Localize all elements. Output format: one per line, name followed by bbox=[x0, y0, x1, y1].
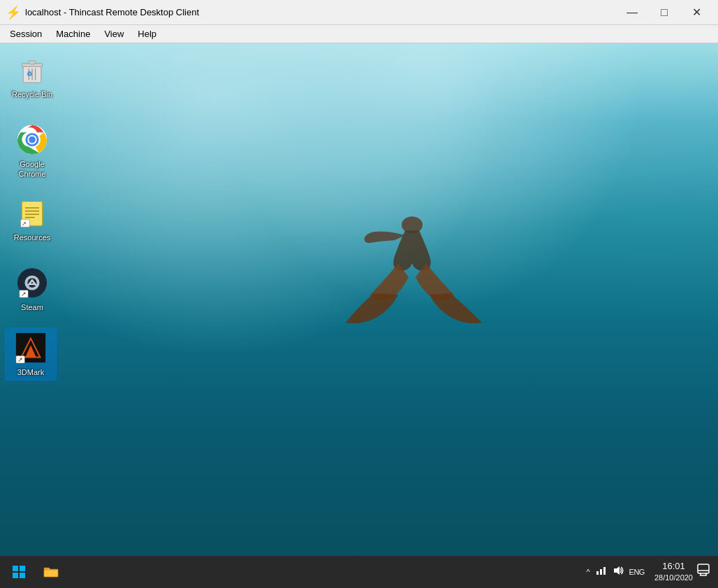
svg-rect-6 bbox=[29, 61, 35, 64]
steam-icon-image: ↗ bbox=[15, 266, 49, 300]
svg-marker-38 bbox=[614, 566, 620, 575]
svg-text:↗: ↗ bbox=[17, 356, 23, 363]
menu-bar: Session Machine View Help bbox=[0, 25, 718, 43]
resources-icon-image: ↗ bbox=[15, 196, 49, 230]
desktop-icon-recycle-bin[interactable]: ♻ Recycle Bin bbox=[7, 50, 57, 102]
resources-label: Resources bbox=[14, 233, 51, 242]
minimize-button[interactable]: — bbox=[616, 0, 648, 25]
tray-volume-icon[interactable] bbox=[613, 566, 624, 578]
clock-date: 28/10/2020 bbox=[654, 573, 693, 583]
svg-point-11 bbox=[29, 136, 36, 143]
chrome-icon-image bbox=[15, 123, 49, 156]
desktop-icon-resources[interactable]: ↗ Resources bbox=[7, 193, 57, 245]
3dmark-label: 3DMark bbox=[17, 367, 45, 377]
maximize-button[interactable]: □ bbox=[648, 0, 680, 25]
start-button[interactable] bbox=[3, 556, 35, 588]
svg-rect-35 bbox=[596, 571, 599, 575]
menu-machine[interactable]: Machine bbox=[49, 27, 97, 41]
recycle-bin-label: Recycle Bin bbox=[12, 89, 52, 99]
svg-rect-39 bbox=[698, 564, 709, 573]
menu-help[interactable]: Help bbox=[131, 27, 163, 41]
svg-rect-36 bbox=[600, 569, 602, 575]
menu-view[interactable]: View bbox=[97, 27, 131, 41]
desktop-icon-google-chrome[interactable]: Google Chrome bbox=[7, 120, 57, 182]
desktop-decoration bbox=[244, 127, 580, 337]
notification-center-button[interactable] bbox=[697, 564, 710, 580]
svg-rect-33 bbox=[20, 573, 25, 578]
desktop: ♻ Recycle Bin Google Chrome bbox=[0, 43, 718, 556]
app-icon: ⚡ bbox=[6, 5, 21, 20]
tray-network-icon[interactable] bbox=[596, 566, 607, 578]
title-bar-text: localhost - Thincast Remote Desktop Clie… bbox=[25, 7, 616, 17]
tray-lang[interactable]: ENG bbox=[629, 568, 645, 576]
taskbar-right-area: ^ ENG 16:01 28/10/2020 bbox=[580, 560, 715, 584]
3dmark-icon-image: ↗ bbox=[14, 331, 47, 365]
recycle-bin-icon-image: ♻ bbox=[15, 53, 49, 87]
chrome-label: Google Chrome bbox=[10, 159, 54, 179]
svg-rect-34 bbox=[44, 570, 58, 577]
svg-text:♻: ♻ bbox=[27, 71, 32, 78]
close-button[interactable]: ✕ bbox=[680, 0, 712, 25]
desktop-icon-steam[interactable]: ↗ Steam bbox=[7, 263, 57, 315]
svg-rect-31 bbox=[20, 566, 25, 571]
svg-rect-32 bbox=[13, 573, 18, 578]
taskbar: ^ ENG 16:01 28/10/2020 bbox=[0, 556, 718, 588]
svg-text:↗: ↗ bbox=[22, 221, 27, 227]
clock-time: 16:01 bbox=[654, 560, 693, 573]
svg-rect-30 bbox=[13, 566, 18, 571]
steam-label: Steam bbox=[21, 302, 43, 312]
svg-rect-37 bbox=[603, 567, 606, 575]
menu-session[interactable]: Session bbox=[3, 27, 49, 41]
svg-text:↗: ↗ bbox=[21, 291, 27, 297]
title-bar: ⚡ localhost - Thincast Remote Desktop Cl… bbox=[0, 0, 718, 25]
taskbar-clock[interactable]: 16:01 28/10/2020 bbox=[654, 560, 693, 584]
title-bar-controls: — □ ✕ bbox=[616, 0, 712, 25]
tray-chevron[interactable]: ^ bbox=[586, 568, 589, 576]
system-tray: ^ ENG bbox=[580, 566, 650, 578]
taskbar-file-explorer-button[interactable] bbox=[35, 556, 67, 588]
desktop-icon-3dmark[interactable]: ↗ 3DMark bbox=[6, 328, 56, 380]
